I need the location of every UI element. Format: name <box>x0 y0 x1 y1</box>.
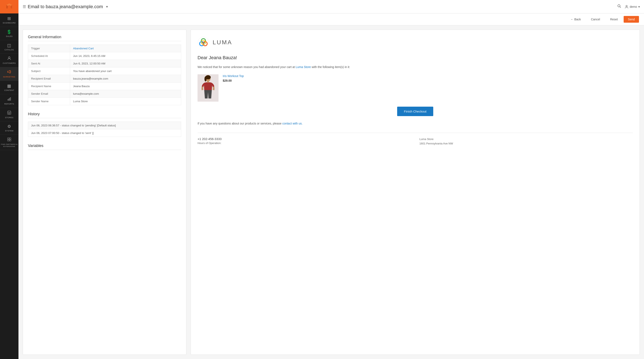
field-label: Sender Email <box>28 90 70 98</box>
sidebar-item-content[interactable]: ▦ CONTENT <box>0 81 18 94</box>
page-title: Email to bauza.jeana@example.com <box>28 4 103 10</box>
customers-icon <box>7 56 11 61</box>
topbar-right: demo ▾ <box>617 4 640 9</box>
sidebar-item-label: STORES <box>5 116 14 119</box>
svg-rect-5 <box>8 99 8 100</box>
main-area: ☰ Email to bauza.jeana@example.com ▼ dem… <box>18 0 644 359</box>
find-partners-icon <box>7 137 11 142</box>
svg-point-16 <box>626 5 627 7</box>
contact-phone-col: +1 202-456-3333 Hours of Operation: <box>198 137 411 146</box>
user-dropdown-icon: ▾ <box>638 5 640 8</box>
action-bar: ← Back Cancel Reset Send <box>18 14 644 26</box>
sidebar-item-label: CATALOG <box>4 49 14 51</box>
sidebar-item-label: DASHBOARD <box>3 22 16 24</box>
svg-line-2 <box>10 71 11 71</box>
product-name-link[interactable]: Iris Workout Top <box>223 74 244 78</box>
general-info-title: General Information <box>28 35 181 41</box>
sidebar-item-label: FIND PARTNERS & EXTENSIONS <box>1 144 18 148</box>
product-image <box>198 74 218 102</box>
svg-point-25 <box>204 76 206 82</box>
email-body: We noticed that for some unknown reason … <box>198 65 633 69</box>
history-entry: Jun 06, 2023 07:00:50 - status changed t… <box>28 129 181 137</box>
sidebar-item-customers[interactable]: CUSTOMERS <box>0 54 18 67</box>
product-price: $29.00 <box>223 79 244 82</box>
sidebar-item-find-partners[interactable]: FIND PARTNERS & EXTENSIONS <box>0 135 18 150</box>
svg-rect-6 <box>9 98 10 100</box>
table-row: Subject You have abandoned your cart <box>28 68 181 75</box>
sidebar-item-label: CONTENT <box>4 89 14 92</box>
luma-logo <box>198 36 209 48</box>
svg-rect-7 <box>10 98 11 100</box>
svg-line-15 <box>620 7 621 8</box>
contact-hours: Hours of Operation: <box>198 142 411 145</box>
sidebar-item-catalog[interactable]: ◫ CATALOG <box>0 40 18 54</box>
field-value: Jeana Bauza <box>70 82 181 90</box>
stores-icon <box>7 110 11 116</box>
email-header: LUMA <box>198 36 633 48</box>
contact-store-col: Luma Store 1601 Pennsylvania Ave NW <box>420 137 633 146</box>
field-value: Abandoned Cart <box>70 45 181 52</box>
checkout-button-container: Finish Checkout <box>198 107 633 116</box>
field-label: Scheduled At <box>28 52 70 60</box>
field-value: Jun 14, 2023, 6:45:15 AM <box>70 52 181 60</box>
left-panel: General Information Trigger Abandoned Ca… <box>23 30 186 355</box>
contact-link[interactable]: contact with us. <box>282 122 303 125</box>
email-contact-row: +1 202-456-3333 Hours of Operation: Luma… <box>198 133 633 146</box>
content-icon: ▦ <box>7 83 11 88</box>
table-row: Recipient Email bauza.jeana@example.com <box>28 75 181 82</box>
sidebar-logo <box>0 0 18 14</box>
store-link[interactable]: Luma Store <box>296 65 311 69</box>
sidebar-item-label: CUSTOMERS <box>3 62 16 64</box>
field-label: Sender Name <box>28 98 70 105</box>
topbar: ☰ Email to bauza.jeana@example.com ▼ dem… <box>18 0 644 14</box>
search-icon[interactable] <box>617 4 621 9</box>
sidebar-item-sales[interactable]: 💲 SALES <box>0 27 18 40</box>
table-row: Sent At Jun 6, 2023, 12:00:50 AM <box>28 60 181 68</box>
back-button[interactable]: ← Back <box>566 16 585 23</box>
system-icon: ⚙ <box>7 124 11 129</box>
field-value: Jun 6, 2023, 12:00:50 AM <box>70 60 181 68</box>
brand-name: LUMA <box>213 39 232 46</box>
sales-icon: 💲 <box>6 30 12 34</box>
field-value: bauza.jeana@example.com <box>70 75 181 82</box>
table-row: Recipient Name Jeana Bauza <box>28 82 181 90</box>
field-label: Trigger <box>28 45 70 52</box>
field-value: You have abandoned your cart <box>70 68 181 75</box>
cancel-button[interactable]: Cancel <box>587 16 604 23</box>
svg-marker-1 <box>8 70 10 73</box>
sidebar-item-stores[interactable]: STORES <box>0 108 18 122</box>
store-name: Luma Store <box>420 137 633 142</box>
svg-rect-8 <box>8 112 11 114</box>
general-info-table: Trigger Abandoned Cart Scheduled At Jun … <box>28 44 181 105</box>
sidebar-item-system[interactable]: ⚙ SYSTEM <box>0 121 18 135</box>
field-value: Luma Store <box>70 98 181 105</box>
contact-phone: +1 202-456-3333 <box>198 137 411 141</box>
catalog-icon: ◫ <box>7 43 11 48</box>
svg-rect-13 <box>10 140 11 141</box>
finish-checkout-button[interactable]: Finish Checkout <box>397 107 433 116</box>
table-row: Trigger Abandoned Cart <box>28 45 181 52</box>
title-dropdown-icon[interactable]: ▼ <box>106 5 108 8</box>
field-value: luma@example.com <box>70 90 181 98</box>
sidebar-item-label: SYSTEM <box>5 130 14 132</box>
send-button[interactable]: Send <box>624 16 639 23</box>
reset-button[interactable]: Reset <box>606 16 622 23</box>
variables-title: Variables <box>28 144 181 150</box>
svg-rect-10 <box>8 138 9 139</box>
reports-icon <box>7 97 11 102</box>
menu-icon[interactable]: ☰ <box>23 4 26 9</box>
history-entry: Jun 06, 2023 06:36:57 - status changed t… <box>28 122 181 129</box>
history-title: History <box>28 112 181 118</box>
product-row: Iris Workout Top $29.00 <box>198 74 633 102</box>
svg-point-0 <box>8 57 10 58</box>
user-menu[interactable]: demo ▾ <box>625 5 640 8</box>
sidebar-item-marketing[interactable]: MARKETING <box>0 67 18 81</box>
sidebar-item-label: MARKETING <box>3 76 15 78</box>
sidebar-item-dashboard[interactable]: ⊞ DASHBOARD <box>0 14 18 27</box>
list-item: Jun 06, 2023 07:00:50 - status changed t… <box>28 129 181 137</box>
list-item: Jun 06, 2023 06:36:57 - status changed t… <box>28 122 181 129</box>
email-preview-panel: LUMA Dear Jeana Bauza! We noticed that f… <box>190 30 640 355</box>
dashboard-icon: ⊞ <box>7 16 11 21</box>
trigger-link[interactable]: Abandoned Cart <box>73 47 94 50</box>
sidebar-item-reports[interactable]: REPORTS <box>0 94 18 108</box>
